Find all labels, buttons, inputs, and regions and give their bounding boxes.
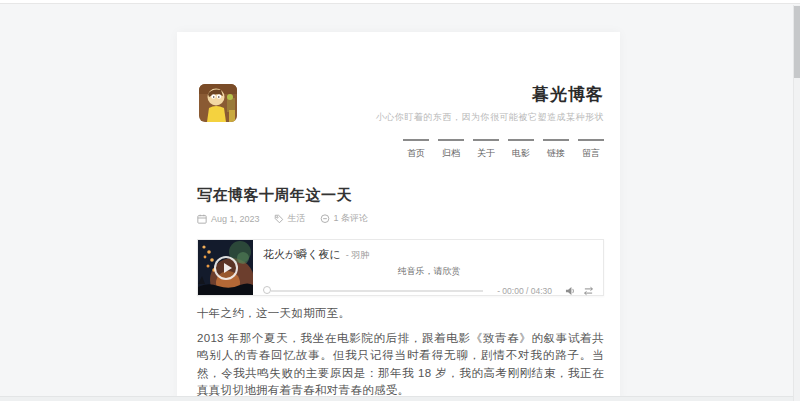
player-controller: - 00:00 / 04:30 — [263, 286, 595, 296]
progress-track — [271, 290, 483, 292]
nav-item-guestbook[interactable]: 留言 — [578, 139, 604, 160]
calendar-icon — [197, 214, 207, 224]
album-art[interactable] — [198, 240, 253, 295]
post-comments-label: 1 条评论 — [334, 212, 369, 225]
nav-item-archive[interactable]: 归档 — [438, 139, 464, 160]
nav-item-home[interactable]: 首页 — [403, 139, 429, 160]
page-bottom-strip — [0, 396, 800, 401]
player-title-row: 花火が瞬く夜に - 羽肿 — [263, 247, 595, 262]
post-paragraph: 十年之约，这一天如期而至。 — [197, 305, 604, 323]
post-category-label: 生活 — [288, 212, 306, 225]
vertical-scrollbar — [793, 5, 800, 401]
page-top-strip — [0, 0, 800, 4]
nav-item-links[interactable]: 链接 — [543, 139, 569, 160]
avatar-image — [199, 84, 237, 122]
site-header: 暮光博客 小心你盯着的东西，因为你很可能被它塑造成某种形状 — [197, 84, 604, 124]
category-icon — [274, 214, 284, 224]
volume-icon[interactable] — [565, 286, 576, 296]
avatar[interactable] — [199, 84, 237, 122]
scrollbar-thumb[interactable] — [794, 6, 800, 78]
player-lyric: 纯音乐，请欣赏 — [263, 265, 595, 278]
post-paragraph: 2013 年那个夏天，我坐在电影院的后排，跟着电影《致青春》的叙事试着共鸣别人的… — [197, 330, 604, 400]
site-title[interactable]: 暮光博客 — [237, 84, 604, 106]
progress-knob[interactable] — [263, 286, 271, 294]
post-category[interactable]: 生活 — [274, 212, 306, 225]
nav-item-movies[interactable]: 电影 — [508, 139, 534, 160]
content-card: 暮光博客 小心你盯着的东西，因为你很可能被它塑造成某种形状 首页 归档 关于 电… — [177, 32, 620, 401]
audio-player: 花火が瞬く夜に - 羽肿 纯音乐，请欣赏 - 00:00 / 04:30 — [197, 239, 604, 296]
progress-bar[interactable] — [263, 286, 487, 296]
site-identity: 暮光博客 小心你盯着的东西，因为你很可能被它塑造成某种形状 — [237, 84, 604, 124]
main-nav: 首页 归档 关于 电影 链接 留言 — [197, 139, 604, 160]
post-body: 十年之约，这一天如期而至。 2013 年那个夏天，我坐在电影院的后排，跟着电影《… — [197, 305, 604, 401]
song-title: 花火が瞬く夜に — [263, 247, 341, 262]
play-icon[interactable] — [214, 256, 238, 280]
post-comments[interactable]: 1 条评论 — [320, 212, 369, 225]
comment-icon — [320, 214, 330, 224]
player-info: 花火が瞬く夜に - 羽肿 纯音乐，请欣赏 - 00:00 / 04:30 — [253, 240, 603, 295]
player-time: - 00:00 / 04:30 — [497, 286, 552, 296]
post-date: Aug 1, 2023 — [197, 214, 260, 224]
post-meta: Aug 1, 2023 生活 1 条评论 — [197, 212, 604, 225]
site-subtitle: 小心你盯着的东西，因为你很可能被它塑造成某种形状 — [237, 111, 604, 124]
post-title[interactable]: 写在博客十周年这一天 — [197, 186, 604, 205]
loop-icon[interactable] — [582, 286, 595, 296]
nav-item-about[interactable]: 关于 — [473, 139, 499, 160]
post-date-label: Aug 1, 2023 — [211, 214, 260, 224]
song-artist: - 羽肿 — [346, 249, 370, 262]
